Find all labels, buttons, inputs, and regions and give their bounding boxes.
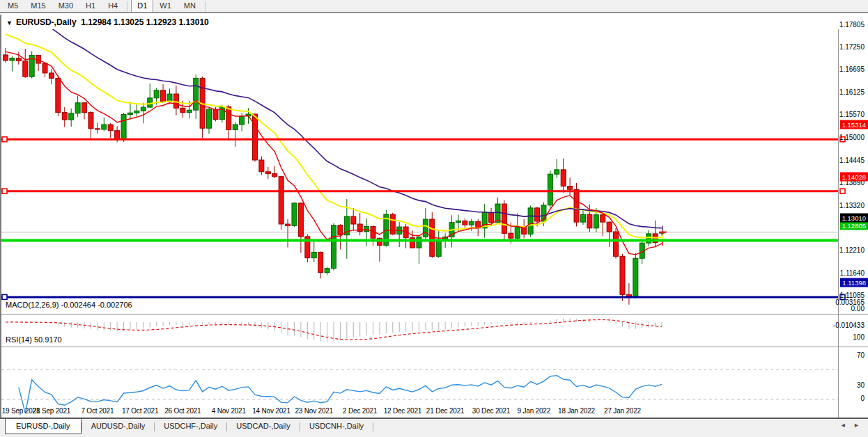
candle-body	[88, 113, 93, 129]
candle-body	[351, 216, 356, 224]
candle-body	[272, 174, 277, 177]
date-axis-label: 26 Oct 2021	[164, 407, 201, 415]
candle-body	[423, 219, 428, 237]
rsi-axis-label: 30	[857, 381, 865, 389]
candle-body	[298, 203, 303, 237]
candle-body	[134, 111, 139, 113]
candle-body	[3, 55, 8, 61]
candle-body	[180, 108, 185, 112]
chart-window	[0, 15, 868, 418]
candle-body	[115, 131, 120, 140]
price-axis-label: 1.17250	[839, 43, 865, 51]
timeframe-button-h4[interactable]: H4	[102, 0, 124, 13]
chart-title: ▼EURUSD-,Daily 1.12984 1.13025 1.12923 1…	[6, 17, 209, 27]
price-level-badge: 1.12805	[840, 221, 868, 230]
candle-body	[614, 232, 619, 256]
tab-scroll-right-icon[interactable]: ►	[851, 422, 862, 429]
date-axis-label: 23 Nov 2021	[295, 407, 333, 415]
date-axis-label: 7 Oct 2021	[81, 407, 114, 415]
chart-tab-audusddaily[interactable]: AUDUSD-,Daily	[82, 419, 155, 434]
candle-body	[515, 228, 520, 239]
candle-body	[528, 208, 533, 235]
macd-indicator-label: MACD(12,26,9) -0.002464 -0.002706	[6, 301, 132, 309]
rsi-indicator-label: RSI(14) 50.9170	[6, 335, 62, 344]
price-level-badge: 1.14028	[840, 172, 868, 181]
symbol-dropdown-icon[interactable]: ▼	[6, 19, 13, 26]
candle-body	[502, 204, 506, 233]
price-axis-label: 1.17805	[839, 21, 865, 29]
chart-canvas[interactable]	[0, 29, 868, 432]
date-axis-label: 12 Dec 2021	[384, 407, 422, 415]
candle-body	[600, 215, 605, 222]
date-axis-label: 21 Dec 2021	[426, 407, 465, 415]
timeframe-button-w1[interactable]: W1	[153, 0, 178, 13]
candle-body	[325, 269, 330, 273]
chart-tab-usdchfdaily[interactable]: USDCHF-,Daily	[155, 419, 226, 434]
candle-body	[535, 208, 540, 221]
symbol-label: EURUSD-,Daily	[16, 17, 77, 27]
timeframe-button-mn[interactable]: MN	[178, 0, 202, 13]
candle-body	[207, 109, 212, 128]
candle-body	[555, 170, 559, 174]
timeframe-toolbar: M5M15M30H1H4D1W1MN	[0, 0, 868, 13]
price-axis-label: 1.12210	[839, 246, 865, 253]
candle-body	[62, 113, 67, 120]
date-axis-label: 18 Jan 2022	[558, 407, 595, 415]
timeframe-button-d1[interactable]: D1	[131, 0, 153, 13]
candle-body	[213, 109, 218, 119]
candle-body	[95, 129, 100, 129]
line-anchor-square[interactable]	[2, 189, 7, 193]
candle-body	[633, 258, 638, 296]
candle-body	[607, 222, 612, 232]
window-left-border	[0, 15, 1, 418]
candle-body	[561, 170, 566, 186]
chart-tab-usdcaddaily[interactable]: USDCAD-,Daily	[227, 419, 300, 434]
candle-body	[548, 174, 552, 205]
candle-body	[259, 160, 264, 172]
candle-body	[127, 113, 132, 114]
candle-body	[121, 115, 126, 140]
candle-body	[568, 186, 573, 190]
chart-tab-eurusddaily[interactable]: EURUSD-,Daily	[5, 419, 82, 434]
chart-tab-bar: EURUSD-,DailyAUDUSD-,DailyUSDCHF-,DailyU…	[0, 418, 868, 437]
rsi-axis-label: 100	[853, 333, 865, 341]
candle-body	[509, 233, 513, 238]
timeframe-button-m30[interactable]: M30	[52, 0, 79, 13]
candle-body	[187, 110, 192, 112]
date-axis-label: 28 Sep 2021	[33, 407, 71, 415]
candle-body	[69, 113, 74, 120]
candle-body	[364, 226, 369, 231]
price-axis-label: 1.14445	[839, 156, 865, 164]
candle-body	[279, 177, 284, 224]
candle-body	[173, 94, 178, 108]
timeframe-button-m15[interactable]: M15	[24, 0, 52, 13]
candle-body	[311, 253, 316, 258]
candle-body	[252, 114, 257, 160]
mt4-chart-window: M5M15M30H1H4D1W1MN ▼EURUSD-,Daily 1.1298…	[0, 0, 868, 437]
candle-body	[594, 215, 598, 228]
rsi-axis-label: 70	[857, 351, 865, 359]
candle-body	[417, 237, 421, 248]
tab-scroll-left-icon[interactable]: ◄	[837, 422, 849, 429]
candle-body	[463, 221, 467, 225]
line-anchor-square[interactable]	[2, 137, 7, 142]
candle-body	[265, 172, 270, 174]
candle-body	[580, 214, 585, 222]
candle-body	[456, 221, 460, 222]
price-axis-label: 1.16695	[839, 65, 865, 73]
candle-body	[332, 225, 336, 269]
candle-body	[42, 63, 47, 73]
candle-body	[161, 90, 166, 102]
timeframe-button-h1[interactable]: H1	[79, 0, 102, 13]
current-price-badge: 1.13010	[840, 213, 868, 222]
line-anchor-square[interactable]	[840, 189, 845, 193]
line-anchor-square[interactable]	[2, 294, 7, 299]
chart-tab-usdcnhdaily[interactable]: USDCNH-,Daily	[300, 419, 373, 434]
date-axis-label: 14 Nov 2021	[252, 407, 290, 415]
toolbar-separator	[127, 1, 128, 11]
candle-body	[167, 94, 172, 102]
timeframe-button-m5[interactable]: M5	[1, 0, 24, 13]
date-axis-label: 4 Nov 2021	[212, 407, 246, 415]
candle-body	[436, 241, 441, 256]
candle-body	[233, 125, 238, 130]
